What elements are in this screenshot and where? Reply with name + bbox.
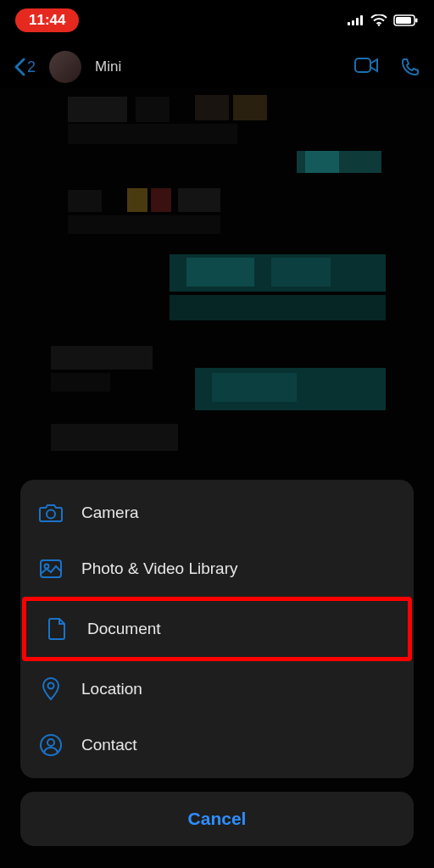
status-bar: 11:44 <box>0 0 434 41</box>
photo-icon <box>39 557 63 581</box>
option-location[interactable]: Location <box>20 661 414 717</box>
svg-rect-1 <box>352 20 354 25</box>
svg-point-9 <box>47 510 55 519</box>
option-label: Document <box>87 620 161 638</box>
header-actions <box>354 57 420 77</box>
svg-point-12 <box>48 683 54 689</box>
option-camera[interactable]: Camera <box>20 485 414 541</box>
svg-rect-8 <box>355 58 370 72</box>
location-icon <box>39 677 63 701</box>
wifi-icon <box>370 14 387 26</box>
video-call-icon[interactable] <box>354 57 380 77</box>
svg-rect-6 <box>396 17 411 24</box>
svg-rect-0 <box>348 22 350 25</box>
back-badge: 2 <box>27 58 36 76</box>
svg-point-14 <box>47 739 54 746</box>
status-icons <box>348 14 419 26</box>
back-button[interactable]: 2 <box>14 58 36 76</box>
option-photo-library[interactable]: Photo & Video Library <box>20 541 414 597</box>
chat-header: 2 Mini <box>0 46 434 88</box>
avatar[interactable] <box>49 51 81 83</box>
svg-rect-7 <box>415 19 418 23</box>
status-time: 11:44 <box>15 8 79 32</box>
option-label: Contact <box>81 736 136 754</box>
svg-point-4 <box>378 24 381 26</box>
option-document[interactable]: Document <box>22 597 412 661</box>
option-label: Camera <box>81 504 139 522</box>
option-label: Photo & Video Library <box>81 559 238 578</box>
svg-rect-2 <box>356 18 359 25</box>
svg-rect-3 <box>360 15 363 25</box>
attachment-options: Camera Photo & Video Library Document Lo… <box>20 480 414 778</box>
option-label: Location <box>81 680 142 698</box>
battery-icon <box>393 14 419 26</box>
option-contact[interactable]: Contact <box>20 717 414 773</box>
cancel-button[interactable]: Cancel <box>20 792 414 846</box>
cellular-icon <box>348 15 364 25</box>
voice-call-icon[interactable] <box>400 57 420 77</box>
camera-icon <box>39 501 63 525</box>
attachment-sheet: Camera Photo & Video Library Document Lo… <box>20 480 414 846</box>
contact-icon <box>39 733 63 757</box>
document-icon <box>45 617 69 641</box>
contact-name[interactable]: Mini <box>95 58 121 75</box>
